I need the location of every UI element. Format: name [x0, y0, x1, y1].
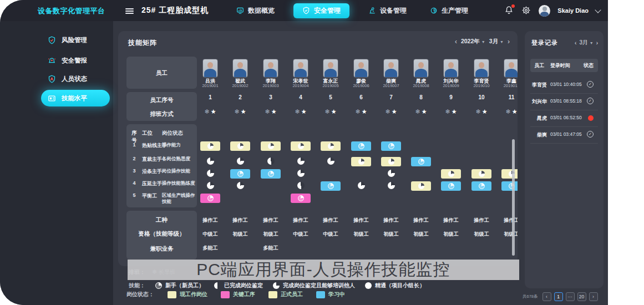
- month-select[interactable]: 3月 ▼: [579, 39, 593, 47]
- skill-cell[interactable]: [195, 141, 225, 151]
- skill-cell[interactable]: [256, 141, 286, 151]
- tab-4[interactable]: 生产管理: [425, 4, 473, 18]
- skill-cell[interactable]: [346, 157, 376, 166]
- skill-cell[interactable]: [466, 181, 496, 191]
- employee-id: 2019010: [466, 83, 496, 88]
- page-button-‹[interactable]: ‹: [542, 292, 551, 301]
- skill-level-quarter-icon: [479, 183, 485, 189]
- skill-cell[interactable]: [286, 169, 316, 179]
- snowflake-icon: ❄: [475, 108, 480, 115]
- sidebar-collapse-icon[interactable]: [125, 7, 134, 14]
- tab-label: 生产管理: [442, 6, 468, 16]
- employee-column: 晁虎20190088❄★操作工初级工: [406, 31, 436, 266]
- skill-level-quarter-icon: [237, 171, 244, 177]
- skill-badge-blue: [381, 141, 401, 151]
- skill-cell[interactable]: [195, 157, 225, 167]
- skill-level-quarter-icon: [388, 143, 394, 149]
- skill-cell[interactable]: [346, 141, 376, 151]
- work-type-value: 操作工: [195, 217, 225, 224]
- screenshot-stage: 设备数字化管理平台 25# 工程胎成型机 数据概览安全管理设备管理生产管理 Sk…: [0, 0, 644, 305]
- employee-column: 柴爽20190077❄★操作工初级工: [376, 31, 406, 266]
- skill-cell[interactable]: [195, 181, 225, 191]
- skill-cell[interactable]: [436, 181, 466, 191]
- employee-id: 2019004: [286, 83, 316, 88]
- notification-bell-icon[interactable]: [504, 6, 514, 16]
- skill-cell[interactable]: [256, 157, 286, 167]
- skill-level-three-quarter-icon: [297, 157, 305, 165]
- vertical-scrollbar[interactable]: [512, 139, 515, 256]
- sidebar-item-2[interactable]: 安全警报: [48, 54, 87, 67]
- login-table-header: 员工 登录时间 状态: [530, 59, 598, 72]
- sidebar-item-4[interactable]: 技能水平: [41, 90, 110, 106]
- skill-cell[interactable]: [286, 181, 316, 191]
- next-month-button[interactable]: ›: [596, 40, 598, 46]
- legend-status-row: 岗位状态： 现工作岗位关键工序正式员工学习中: [126, 291, 345, 298]
- skill-cell[interactable]: [376, 181, 406, 191]
- page-button-›[interactable]: ›: [589, 292, 598, 301]
- skill-cell[interactable]: [316, 141, 346, 151]
- skill-cell[interactable]: [346, 181, 376, 191]
- page-button-···[interactable]: ···: [566, 292, 575, 301]
- page-button-1[interactable]: 1: [554, 292, 563, 301]
- skill-card-icon: [48, 94, 56, 103]
- skill-cell[interactable]: [225, 141, 255, 151]
- prev-month-button[interactable]: ‹: [575, 40, 576, 46]
- employee-no: 4: [286, 94, 316, 100]
- skill-cell[interactable]: [316, 157, 346, 167]
- skill-cell[interactable]: [286, 141, 316, 151]
- sidebar-item-1[interactable]: 风险管理: [48, 33, 87, 47]
- status-legend-text: 现工作岗位: [180, 291, 207, 298]
- col-station-header: 工位: [142, 130, 153, 137]
- skill-cell[interactable]: [466, 169, 496, 179]
- caption-watermark: PC端应用界面-人员操作技能监控: [128, 260, 519, 280]
- station-no: 4: [130, 180, 139, 186]
- skill-cell[interactable]: [406, 181, 436, 191]
- skill-cell[interactable]: [436, 169, 466, 179]
- work-type-value: 操作工: [316, 217, 346, 224]
- skill-level-quarter-icon: [298, 195, 304, 201]
- tab-2[interactable]: 安全管理: [293, 3, 349, 18]
- user-avatar[interactable]: [539, 5, 550, 17]
- skill-cell[interactable]: [225, 169, 255, 179]
- grade-value: 初级工: [225, 231, 255, 238]
- skill-cell[interactable]: [286, 194, 316, 203]
- employee-column: 李育贤201901010❄★操作工初级工: [466, 31, 496, 266]
- skill-badge-yellow: [381, 157, 401, 166]
- skill-badge-yellow: [230, 141, 250, 151]
- login-row: 晁虎03/01 06:52:50: [530, 110, 598, 127]
- skill-cell[interactable]: [225, 157, 255, 167]
- employee-no: 7: [376, 94, 406, 100]
- skill-cell[interactable]: [376, 141, 406, 151]
- employee-id: 2019007: [376, 83, 406, 88]
- tab-3[interactable]: 设备管理: [364, 4, 411, 18]
- skill-cell[interactable]: [376, 169, 406, 179]
- person-shield-icon: [48, 75, 56, 83]
- skill-level-three-quarter-icon: [448, 171, 454, 177]
- work-type-value: 操作工: [256, 217, 286, 224]
- status-ok-icon: ✓: [587, 81, 594, 88]
- settings-gear-icon[interactable]: [521, 6, 531, 16]
- tab-1[interactable]: 数据概览: [232, 4, 279, 18]
- skill-level-three-quarter-icon: [388, 182, 395, 189]
- employee-photo: [323, 59, 338, 78]
- skill-cell[interactable]: [286, 157, 316, 167]
- tab-label: 设备管理: [380, 6, 407, 16]
- page-button-20[interactable]: 20: [577, 292, 586, 301]
- user-name[interactable]: Skaiy Diao: [557, 7, 589, 14]
- station-table-box: 序号 工位 岗位状态 1热贴线主手操作能力2直裁主手各岗位熟悉度3沿条主手岗位操…: [126, 124, 197, 207]
- skill-cell[interactable]: [316, 181, 346, 191]
- skill-cell[interactable]: [406, 157, 436, 166]
- employee-id: 2019002: [225, 83, 255, 88]
- skill-cell[interactable]: [225, 181, 255, 191]
- skill-cell[interactable]: [256, 169, 286, 179]
- skill-cell[interactable]: [195, 194, 225, 203]
- sidebar-item-label: 技能水平: [62, 94, 87, 103]
- sidebar-item-3[interactable]: 人员状态: [48, 72, 87, 85]
- shift-icons: ❄★: [406, 108, 436, 115]
- employee-column: 廖俊20190066❄★操作工初级工: [346, 31, 376, 266]
- header-status: 状态: [584, 62, 594, 69]
- user-menu-chevron-down-icon[interactable]: [595, 7, 601, 13]
- grade-value: 中级工: [195, 231, 225, 238]
- skill-cell[interactable]: [195, 169, 225, 179]
- skill-cell[interactable]: [376, 157, 406, 166]
